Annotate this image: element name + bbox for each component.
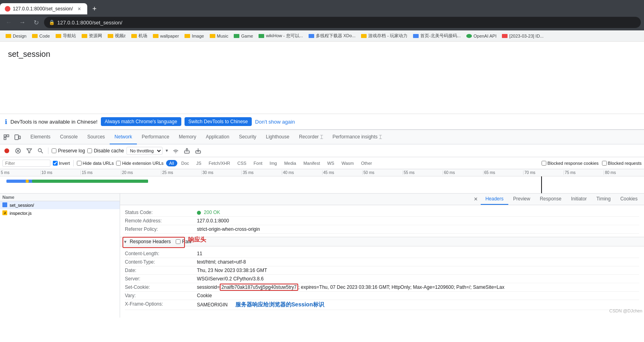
filter-tag-ws[interactable]: WS [324,160,337,166]
hide-data-checkbox[interactable]: Hide data URLs [77,161,114,166]
hide-ext-checkbox[interactable]: Hide extension URLs [116,161,163,166]
address-input[interactable]: 🔒 127.0.0.1:8000/set_session/ [44,17,641,28]
det-tab-preview[interactable]: Preview [508,194,535,205]
timeline-ruler: 5 ms 10 ms 15 ms 20 ms 25 ms 30 ms 35 ms… [0,169,644,176]
filter-tag-other[interactable]: Other [358,160,375,166]
bookmark-image[interactable]: Image [182,33,207,39]
bookmark-code[interactable]: Code [30,33,52,39]
remote-address-value: 127.0.0.1:8000 [197,218,639,224]
svg-point-10 [38,148,42,152]
section-arrow-icon: ▼ [123,240,127,244]
tab-close-button[interactable]: × [76,6,82,12]
clear-button[interactable] [14,146,22,155]
switch-chinese-button[interactable]: Switch DevTools to Chinese [185,117,252,126]
vary-row: Vary: Cookie [125,292,639,300]
network-item-inspector[interactable]: J inspector.js [0,209,120,217]
bookmark-nav[interactable]: 导航站 [53,32,78,40]
bookmark-phone[interactable]: 首页-北美号码接码... [411,32,463,40]
devtools-banner: ℹ DevTools is now available in Chinese! … [0,114,644,129]
filter-tag-js[interactable]: JS [193,160,205,166]
throttle-select[interactable]: No throttlingFast 3GSlow 3GCustom... [126,147,163,155]
filter-tag-font[interactable]: Font [251,160,266,166]
filter-tag-media[interactable]: Media [281,160,299,166]
tab-performance[interactable]: Performance [137,130,174,144]
det-tab-initiator[interactable]: Initiator [566,194,592,205]
sessionid-value-highlighted: 2naifb70ak187u5vjj5pg40stuw5try7 [220,284,298,291]
export-icon[interactable] [183,146,191,155]
tab-perf-insights[interactable]: Performance insights ⌶ [328,130,387,144]
filter-tag-wasm[interactable]: Wasm [338,160,357,166]
bookmark-game[interactable]: Game [231,33,255,39]
referrer-policy-row: Referrer Policy: strict-origin-when-cros… [125,225,639,234]
tab-network[interactable]: Network [110,130,137,144]
filter-tag-manifest[interactable]: Manifest [300,160,323,166]
inspect-element-icon[interactable] [2,132,11,142]
filter-icon[interactable] [25,146,34,155]
bookmark-video[interactable]: 视频z [105,32,128,40]
tab-console[interactable]: Console [55,130,82,144]
tab-lighthouse[interactable]: Lighthouse [261,130,294,144]
network-item-set-session[interactable]: set_session/ [0,201,120,209]
reload-button[interactable]: ↻ [30,17,42,28]
status-code-value: 200 OK [197,210,639,215]
tab-memory[interactable]: Memory [174,130,201,144]
throttle-dropdown-icon[interactable]: ▼ [165,148,169,153]
tab-application[interactable]: Application [201,130,234,144]
devtools-tabs: Elements Console Sources Network Perform… [0,130,644,144]
record-button[interactable] [2,146,11,155]
annotation-session-label: 服务器响应给浏览器的Session标识 [235,301,324,308]
tab-security[interactable]: Security [234,130,261,144]
det-tab-headers[interactable]: Headers [481,194,508,205]
bookmark-wikihow[interactable]: wikiHow - 您可以... [256,32,305,40]
bookmark-csdn[interactable]: [2023-03-23] ID... [500,33,546,39]
active-tab[interactable]: 127.0.0.1:8000/set_session/ × [0,3,87,14]
filter-tag-all[interactable]: All [166,160,177,166]
bookmark-wallpaper[interactable]: wallpaper [150,33,181,39]
filter-tag-doc[interactable]: Doc [178,160,193,166]
bookmark-design[interactable]: Design [3,33,29,39]
response-header-rows: Content-Length: 11 Content-Type: text/ht… [120,246,644,313]
import-icon[interactable] [194,146,203,155]
tick-5ms: 5 ms [0,170,10,175]
search-icon[interactable] [36,146,45,155]
sessionid-prefix: sessionid= [197,284,220,290]
tab-elements[interactable]: Elements [26,130,55,144]
det-tab-timing[interactable]: Timing [592,194,616,205]
details-tabs: × Headers Preview Response Initiator Tim… [120,194,644,205]
filter-tag-fetch[interactable]: Fetch/XHR [205,160,233,166]
svg-point-5 [4,148,9,153]
tab-recorder[interactable]: Recorder ⌶ [294,130,328,144]
devtools-icons [2,132,22,142]
preserve-log-checkbox[interactable]: Preserve log [52,148,85,154]
tab-sources[interactable]: Sources [82,130,110,144]
bookmark-openai[interactable]: OpenAI API [464,33,499,39]
forward-button[interactable]: → [17,17,28,28]
bookmark-downloader[interactable]: 多线程下载器 XDo... [306,32,358,40]
match-language-button[interactable]: Always match Chrome's language [101,117,181,126]
bookmark-game-archive[interactable]: 游戏存档 - 玩家动力 [359,32,410,40]
bookmark-airport[interactable]: 机场 [129,32,150,40]
tab-title: 127.0.0.1:8000/set_session/ [13,6,73,12]
filter-tag-img[interactable]: Img [267,160,280,166]
bookmark-resource[interactable]: 资源网 [79,32,104,40]
bookmark-music[interactable]: Music [207,33,231,39]
filter-input[interactable] [2,160,50,167]
network-list-header: Name [0,194,120,201]
page-content: set_session [0,42,644,114]
new-tab-button[interactable]: + [89,3,100,14]
invert-checkbox[interactable]: Invert [53,161,70,166]
disable-cache-checkbox[interactable]: Disable cache [87,148,124,154]
filter-tag-css[interactable]: CSS [234,160,250,166]
svg-rect-0 [4,135,6,137]
det-tab-response[interactable]: Response [535,194,566,205]
wifi-icon[interactable] [171,146,180,155]
details-close-button[interactable]: × [471,194,481,204]
tick-75ms: 75 ms [564,170,576,175]
det-tab-cookies[interactable]: Cookies [616,194,642,205]
dont-show-again-link[interactable]: Don't show again [255,119,295,125]
device-toolbar-icon[interactable] [13,132,22,142]
blocked-cookies-checkbox[interactable]: Blocked response cookies [542,161,599,166]
blocked-requests-checkbox[interactable]: Blocked requests [602,161,642,166]
referrer-policy-label: Referrer Policy: [125,226,197,232]
back-button[interactable]: ← [3,17,14,28]
